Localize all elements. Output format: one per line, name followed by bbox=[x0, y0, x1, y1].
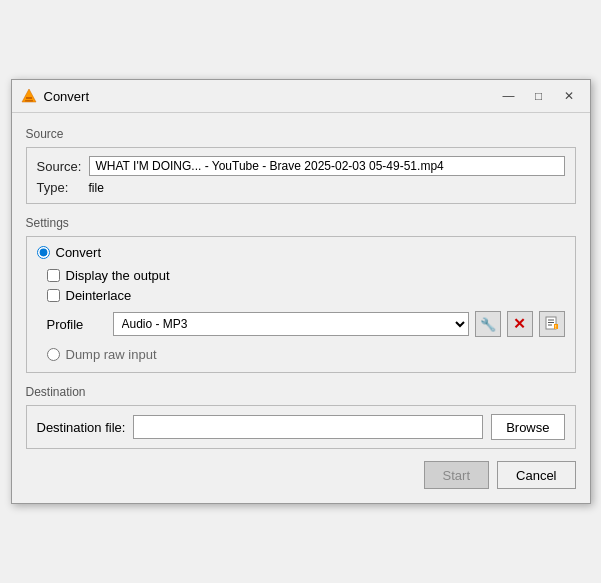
profile-edit-button[interactable]: 🔧 bbox=[475, 311, 501, 337]
close-button[interactable]: ✕ bbox=[556, 86, 582, 106]
destination-section-label: Destination bbox=[26, 385, 576, 399]
display-output-label: Display the output bbox=[66, 268, 170, 283]
convert-window: Convert — □ ✕ Source Source: WHAT I'M DO… bbox=[11, 79, 591, 504]
convert-radio-label: Convert bbox=[56, 245, 102, 260]
dump-raw-label: Dump raw input bbox=[66, 347, 157, 362]
deinterlace-checkbox[interactable] bbox=[47, 289, 60, 302]
dump-raw-radio[interactable] bbox=[47, 348, 60, 361]
cancel-button[interactable]: Cancel bbox=[497, 461, 575, 489]
destination-section: Destination file: Browse bbox=[26, 405, 576, 449]
dump-raw-row: Dump raw input bbox=[47, 347, 565, 362]
convert-radio-row: Convert bbox=[37, 245, 565, 260]
type-row: Type: file bbox=[37, 180, 565, 195]
wrench-icon: 🔧 bbox=[480, 317, 496, 332]
settings-section-label: Settings bbox=[26, 216, 576, 230]
vlc-icon bbox=[20, 87, 38, 105]
profile-row: Profile Audio - MP3 Video - H.264 + MP3 … bbox=[47, 311, 565, 337]
svg-rect-2 bbox=[25, 100, 33, 102]
dest-file-row: Destination file: Browse bbox=[37, 414, 565, 440]
convert-radio[interactable] bbox=[37, 246, 50, 259]
settings-section: Convert Display the output Deinterlace P… bbox=[26, 236, 576, 373]
display-output-row: Display the output bbox=[47, 268, 565, 283]
type-value: file bbox=[89, 181, 104, 195]
source-label: Source: bbox=[37, 159, 89, 174]
titlebar: Convert — □ ✕ bbox=[12, 80, 590, 113]
footer-buttons: Start Cancel bbox=[26, 461, 576, 489]
minimize-button[interactable]: — bbox=[496, 86, 522, 106]
dest-file-input[interactable] bbox=[133, 415, 483, 439]
delete-icon: ✕ bbox=[513, 315, 526, 333]
window-title: Convert bbox=[44, 89, 496, 104]
profile-delete-button[interactable]: ✕ bbox=[507, 311, 533, 337]
source-row: Source: WHAT I'M DOING... - YouTube - Br… bbox=[37, 156, 565, 176]
start-button[interactable]: Start bbox=[424, 461, 489, 489]
list-icon: ! bbox=[545, 316, 559, 333]
display-output-checkbox[interactable] bbox=[47, 269, 60, 282]
svg-rect-1 bbox=[26, 97, 32, 99]
dest-file-label: Destination file: bbox=[37, 420, 126, 435]
source-value: WHAT I'M DOING... - YouTube - Brave 2025… bbox=[89, 156, 565, 176]
profile-select[interactable]: Audio - MP3 Video - H.264 + MP3 (MP4) Vi… bbox=[113, 312, 469, 336]
window-controls: — □ ✕ bbox=[496, 86, 582, 106]
maximize-button[interactable]: □ bbox=[526, 86, 552, 106]
deinterlace-row: Deinterlace bbox=[47, 288, 565, 303]
type-label: Type: bbox=[37, 180, 89, 195]
profile-list-button[interactable]: ! bbox=[539, 311, 565, 337]
deinterlace-label: Deinterlace bbox=[66, 288, 132, 303]
source-section-label: Source bbox=[26, 127, 576, 141]
source-section: Source: WHAT I'M DOING... - YouTube - Br… bbox=[26, 147, 576, 204]
profile-label: Profile bbox=[47, 317, 107, 332]
browse-button[interactable]: Browse bbox=[491, 414, 564, 440]
